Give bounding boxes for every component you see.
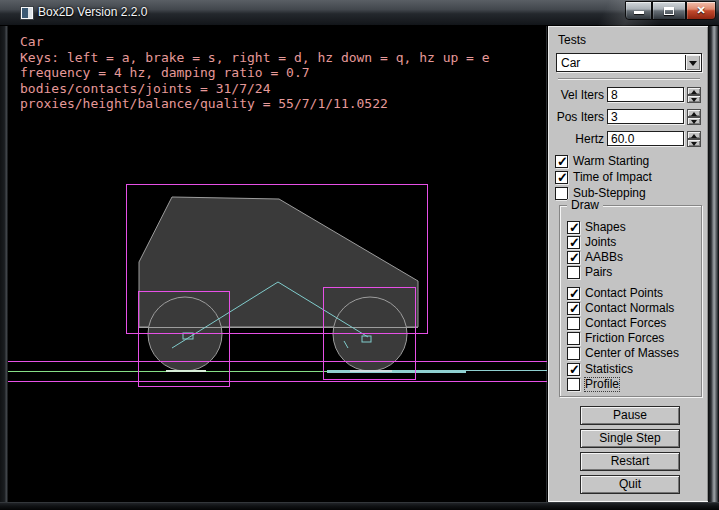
vel-iters-input[interactable] (607, 87, 684, 102)
vel-iters-spinner (687, 87, 701, 103)
simulation-canvas[interactable]: Car Keys: left = a, brake = s, right = d… (8, 26, 547, 502)
separator (558, 78, 700, 80)
check-icon: ✓ (569, 301, 580, 316)
center-of-masses-label[interactable]: Center of Masses (585, 347, 679, 360)
check-icon: ✓ (569, 220, 580, 235)
arrow-up-icon (691, 134, 697, 138)
checkbox-center-of-masses[interactable] (567, 347, 580, 360)
pos-iters-input[interactable] (607, 109, 684, 124)
pause-button[interactable]: Pause (580, 406, 680, 425)
quit-button[interactable]: Quit (580, 475, 680, 494)
frequency-text: frequency = 4 hz, damping ratio = 0.7 (20, 66, 310, 79)
check-icon: ✓ (569, 250, 580, 265)
checkbox-contact-forces[interactable] (567, 317, 580, 330)
minimize-icon (634, 11, 644, 14)
spinner-down-button[interactable] (687, 95, 701, 103)
window-title: Box2D Version 2.2.0 (38, 0, 147, 26)
pos-iters-label: Pos Iters (548, 111, 604, 124)
window-border-left (0, 26, 8, 502)
check-icon: ✓ (569, 362, 580, 377)
arrow-down-icon (691, 120, 697, 124)
bodies-stats: bodies/contacts/joints = 31/7/24 (20, 82, 270, 95)
spinner-down-button[interactable] (687, 139, 701, 147)
checkbox-warm-starting[interactable]: ✓ (555, 155, 568, 168)
joints-label[interactable]: Joints (585, 236, 616, 249)
test-title: Car (20, 35, 43, 48)
spinner-up-button[interactable] (687, 87, 701, 95)
shapes-label[interactable]: Shapes (585, 221, 626, 234)
titlebar[interactable]: Box2D Version 2.2.0 ✕ (0, 0, 719, 26)
proxies-stats: proxies/height/balance/quality = 55/7/1/… (20, 97, 388, 110)
chevron-down-icon (689, 61, 697, 66)
arrow-down-icon (691, 142, 697, 146)
spinner-down-button[interactable] (687, 117, 701, 125)
check-icon: ✓ (557, 170, 568, 185)
checkbox-contact-points[interactable]: ✓ (567, 287, 580, 300)
window-border-bottom (0, 502, 719, 510)
check-icon: ✓ (569, 286, 580, 301)
checkbox-joints[interactable]: ✓ (567, 236, 580, 249)
time-of-impact-label[interactable]: Time of Impact (573, 171, 652, 184)
check-icon: ✓ (557, 154, 568, 169)
checkbox-friction-forces[interactable] (567, 332, 580, 345)
tests-dropdown-value: Car (561, 56, 580, 70)
checkbox-pairs[interactable] (567, 266, 580, 279)
minimize-button[interactable] (625, 1, 652, 20)
arrow-up-icon (691, 112, 697, 116)
aabbs-label[interactable]: AABBs (585, 251, 623, 264)
restore-icon (664, 7, 674, 15)
statistics-label[interactable]: Statistics (585, 363, 633, 376)
checkbox-profile[interactable] (567, 378, 580, 391)
profile-label[interactable]: Profile (585, 378, 619, 391)
hertz-spinner (687, 131, 701, 147)
window-border-right (708, 26, 719, 502)
single-step-button[interactable]: Single Step (580, 429, 680, 448)
spinner-up-button[interactable] (687, 131, 701, 139)
maximize-button[interactable] (652, 1, 686, 20)
arrow-down-icon (691, 98, 697, 102)
checkbox-shapes[interactable]: ✓ (567, 221, 580, 234)
checkbox-time-of-impact[interactable]: ✓ (555, 171, 568, 184)
draw-group-title: Draw (567, 199, 603, 211)
contact-normals-label[interactable]: Contact Normals (585, 302, 674, 315)
control-panel: Tests Car Vel Iters Pos Iters Hertz ✓ (548, 26, 708, 502)
app-icon (20, 6, 34, 20)
spinner-up-button[interactable] (687, 109, 701, 117)
box2d-window: Box2D Version 2.2.0 ✕ (0, 0, 719, 510)
contact-forces-label[interactable]: Contact Forces (585, 317, 666, 330)
right-wheel-shape (333, 297, 407, 371)
restart-button[interactable]: Restart (580, 452, 680, 471)
pos-iters-spinner (687, 109, 701, 125)
hertz-input[interactable] (607, 131, 684, 146)
arrow-up-icon (691, 90, 697, 94)
warm-starting-label[interactable]: Warm Starting (573, 155, 649, 168)
tests-dropdown-button[interactable] (685, 55, 700, 70)
close-icon: ✕ (687, 4, 715, 17)
checkbox-contact-normals[interactable]: ✓ (567, 302, 580, 315)
left-wheel-shape (148, 297, 222, 371)
check-icon: ✓ (569, 235, 580, 250)
contact-points-label[interactable]: Contact Points (585, 287, 663, 300)
checkbox-aabbs[interactable]: ✓ (567, 251, 580, 264)
tests-label: Tests (558, 34, 586, 47)
vel-iters-label: Vel Iters (548, 89, 604, 102)
hertz-label: Hertz (548, 133, 604, 146)
friction-forces-label[interactable]: Friction Forces (585, 332, 664, 345)
pairs-label[interactable]: Pairs (585, 266, 612, 279)
checkbox-statistics[interactable]: ✓ (567, 363, 580, 376)
close-button[interactable]: ✕ (686, 1, 716, 20)
tests-dropdown[interactable]: Car (556, 53, 702, 72)
keys-help-text: Keys: left = a, brake = s, right = d, hz… (20, 51, 490, 64)
